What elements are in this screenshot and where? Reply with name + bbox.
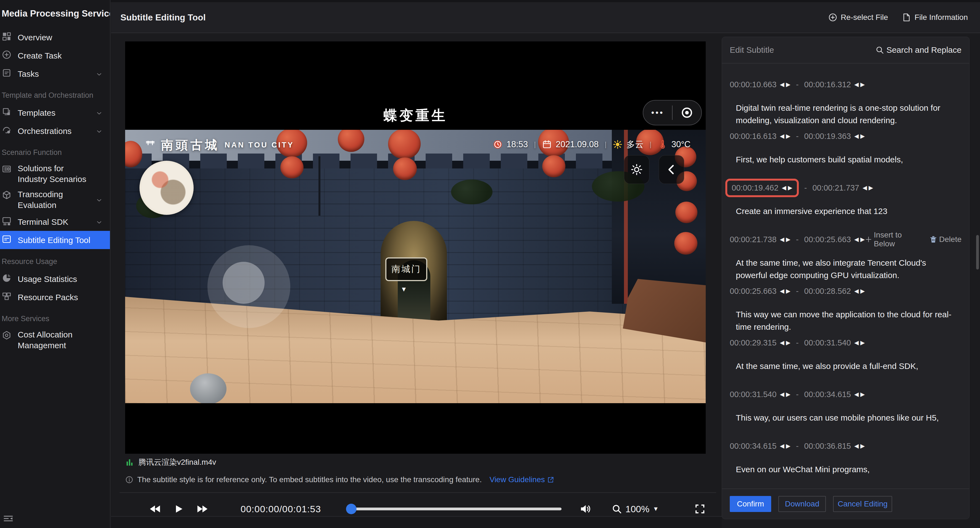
minimap-compass[interactable] — [140, 161, 194, 215]
nudge-later-icon[interactable]: ▶ — [786, 443, 790, 449]
sidebar-item-templates[interactable]: Templates — [0, 103, 110, 122]
fast-forward-button[interactable] — [196, 503, 208, 515]
progress-bar[interactable] — [350, 507, 561, 511]
nudge-earlier-icon[interactable]: ◀ — [780, 443, 784, 449]
end-timestamp[interactable]: 00:00:28.562 — [804, 287, 851, 296]
sidebar-item-transcoding-evaluation[interactable]: Transcoding Evaluation — [0, 187, 110, 213]
search-and-replace-button[interactable]: Search and Replace — [875, 45, 961, 55]
nudge-later-icon[interactable]: ▶ — [861, 443, 865, 449]
start-timestamp[interactable]: 00:00:25.663 — [730, 287, 776, 296]
nudge-earlier-icon[interactable]: ◀ — [780, 133, 784, 140]
start-timestamp[interactable]: 00:00:10.663 — [730, 80, 776, 89]
download-button[interactable]: Download — [778, 496, 826, 512]
sidebar-item-terminal-sdk[interactable]: Terminal SDK — [0, 213, 110, 231]
nudge-later-icon[interactable]: ▶ — [861, 81, 865, 88]
video-player[interactable]: 蝶变重生 ••• — [125, 41, 706, 454]
overview-grid-icon — [2, 32, 11, 41]
gate-name-plaque[interactable]: 南城门 — [385, 258, 427, 281]
view-guidelines-link[interactable]: View Guidelines — [490, 475, 554, 484]
nudge-later-icon[interactable]: ▶ — [861, 133, 865, 140]
end-timestamp[interactable]: 00:00:34.615 — [804, 390, 851, 399]
joystick-knob[interactable] — [223, 262, 265, 304]
nudge-earlier-icon[interactable]: ◀ — [854, 81, 859, 88]
exit-target-icon[interactable] — [673, 106, 701, 119]
sidebar-item-orchestrations[interactable]: Orchestrations — [0, 122, 110, 140]
back-button[interactable] — [659, 155, 684, 184]
play-button[interactable] — [173, 503, 184, 514]
insert-to-below-button[interactable]: Insert to Below — [865, 231, 919, 248]
sidebar-item-label: Subtitle Editing Tool — [18, 235, 90, 245]
progress-thumb[interactable] — [346, 504, 356, 514]
sidebar-item-cost-allocation-management[interactable]: Cost Allocation Management — [0, 327, 110, 353]
re-select-file-button[interactable]: Re-select File — [828, 13, 888, 22]
start-timestamp[interactable]: 00:00:31.540 — [730, 390, 776, 399]
nudge-earlier-icon[interactable]: ◀ — [854, 391, 859, 398]
start-timestamp[interactable]: 00:00:16.613 — [730, 132, 776, 141]
nudge-later-icon[interactable]: ▶ — [861, 339, 865, 346]
more-dots-icon[interactable]: ••• — [643, 108, 672, 118]
nudge-later-icon[interactable]: ▶ — [786, 339, 790, 346]
subtitle-text[interactable]: At the same time, we also provide a full… — [730, 360, 956, 372]
sidebar-item-overview[interactable]: Overview — [0, 28, 110, 46]
brightness-button[interactable] — [624, 155, 649, 184]
nudge-later-icon[interactable]: ▶ — [786, 236, 790, 243]
nudge-earlier-icon[interactable]: ◀ — [780, 288, 784, 294]
nudge-later-icon[interactable]: ▶ — [786, 133, 790, 140]
sidebar-item-create-task[interactable]: Create Task — [0, 46, 110, 65]
subtitle-text[interactable]: This way we can move the application to … — [730, 308, 956, 333]
subtitle-text[interactable]: Create an immersive experience that 123 — [730, 205, 956, 217]
sidebar-item-solutions-for-industry-scenarios[interactable]: Solutions for Industry Scenarios — [0, 161, 110, 187]
subtitle-text[interactable]: Even on our WeChat Mini programs, — [730, 463, 956, 476]
start-timestamp[interactable]: 00:00:21.738 — [730, 235, 776, 244]
subtitle-text[interactable]: This way, our users can use mobile phone… — [730, 412, 956, 424]
volume-button[interactable] — [579, 502, 591, 515]
start-timestamp[interactable]: 00:00:34.615 — [730, 442, 776, 451]
sidebar-item-usage-statistics[interactable]: Usage Statistics — [0, 270, 110, 288]
end-timestamp[interactable]: 00:00:21.737 — [812, 183, 859, 192]
nudge-later-icon[interactable]: ▶ — [788, 184, 792, 191]
nudge-later-icon[interactable]: ▶ — [786, 288, 790, 294]
confirm-button[interactable]: Confirm — [730, 496, 771, 512]
end-timestamp[interactable]: 00:00:19.363 — [804, 132, 851, 141]
subtitle-text[interactable]: At the same time, we also integrate Tenc… — [730, 256, 956, 281]
nudge-earlier-icon[interactable]: ◀ — [854, 443, 859, 449]
nudge-earlier-icon[interactable]: ◀ — [854, 236, 859, 243]
nudge-later-icon[interactable]: ▶ — [786, 81, 790, 88]
zoom-control[interactable]: 100% ▼ — [611, 504, 659, 514]
rewind-button[interactable] — [149, 503, 162, 515]
create-task-icon — [2, 50, 11, 60]
delete-button[interactable]: Delete — [929, 235, 961, 244]
nudge-later-icon[interactable]: ▶ — [861, 236, 865, 243]
sidebar-item-resource-packs[interactable]: Resource Packs — [0, 288, 110, 306]
nudge-later-icon[interactable]: ▶ — [786, 391, 790, 398]
nudge-later-icon[interactable]: ▶ — [869, 184, 873, 191]
nudge-earlier-icon[interactable]: ◀ — [780, 81, 784, 88]
media-bars-icon — [125, 458, 134, 467]
fullscreen-button[interactable] — [694, 503, 706, 515]
nudge-earlier-icon[interactable]: ◀ — [780, 391, 784, 398]
subtitle-text[interactable]: First, we help customers build spatial m… — [730, 153, 956, 166]
end-timestamp[interactable]: 00:00:36.815 — [804, 442, 851, 451]
subtitle-text[interactable]: Digital twin real-time rendering is a on… — [730, 102, 956, 126]
nudge-earlier-icon[interactable]: ◀ — [780, 339, 784, 346]
nudge-earlier-icon[interactable]: ◀ — [854, 133, 859, 140]
nudge-earlier-icon[interactable]: ◀ — [862, 184, 867, 191]
start-timestamp[interactable]: 00:00:19.462 — [732, 183, 778, 192]
nudge-earlier-icon[interactable]: ◀ — [854, 339, 859, 346]
page-scrollbar-thumb[interactable] — [976, 235, 979, 270]
nudge-later-icon[interactable]: ▶ — [861, 288, 865, 294]
file-information-button[interactable]: File Information — [902, 13, 968, 22]
sidebar-item-subtitle-editing-tool[interactable]: Subtitle Editing Tool — [0, 231, 110, 249]
collapse-sidebar-button[interactable] — [3, 512, 15, 523]
start-timestamp[interactable]: 00:00:29.315 — [730, 338, 776, 347]
nudge-later-icon[interactable]: ▶ — [861, 391, 865, 398]
cancel-editing-button[interactable]: Cancel Editing — [833, 496, 892, 512]
end-timestamp[interactable]: 00:00:31.540 — [804, 338, 851, 347]
end-timestamp[interactable]: 00:00:16.312 — [804, 80, 851, 89]
nudge-earlier-icon[interactable]: ◀ — [780, 236, 784, 243]
joystick-control[interactable] — [207, 245, 290, 328]
nudge-earlier-icon[interactable]: ◀ — [782, 184, 786, 191]
nudge-earlier-icon[interactable]: ◀ — [854, 288, 859, 294]
end-timestamp[interactable]: 00:00:25.663 — [804, 235, 851, 244]
sidebar-item-tasks[interactable]: Tasks — [0, 65, 110, 83]
